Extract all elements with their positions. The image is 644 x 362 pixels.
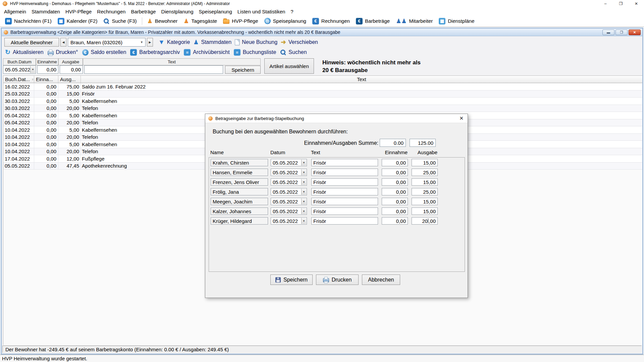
- row-expense-field[interactable]: 15,00: [412, 178, 438, 186]
- action-row-drucken-[interactable]: Drucken°: [48, 49, 78, 55]
- row-text-field[interactable]: Frisör: [311, 188, 378, 195]
- dialog-save-button[interactable]: Speichern: [270, 275, 313, 285]
- nav-actions-verschieben[interactable]: ➜Verschieben: [281, 39, 318, 46]
- action-row-saldo-erstellen[interactable]: €Saldo erstellen: [82, 49, 126, 56]
- row-date-dropdown-icon[interactable]: ▼: [301, 169, 306, 175]
- row-date-field[interactable]: 05.05.2022▼: [271, 159, 307, 166]
- row-date-field[interactable]: 05.05.2022▼: [271, 207, 307, 215]
- row-income-field[interactable]: 0,00: [382, 159, 408, 166]
- resident-name-field[interactable]: Meegen, Joachim: [211, 198, 268, 205]
- table-row[interactable]: 30.03.20220,005,00Kabelfernsehen: [3, 98, 642, 105]
- toolbar-hvp-pflege[interactable]: HVP-Pflege: [220, 16, 261, 26]
- row-income-field[interactable]: 0,00: [382, 178, 408, 186]
- table-row[interactable]: 25.03.20220,0015,00Frisör: [3, 90, 642, 98]
- mdi-minimize-button[interactable]: ▬: [602, 29, 614, 35]
- action-row-archiv-bersicht[interactable]: ≡Archivübersicht: [184, 49, 229, 56]
- dialog-print-button[interactable]: Drucken: [316, 275, 359, 285]
- select-article-button[interactable]: Artikel auswählen: [264, 58, 314, 74]
- menu-item-8[interactable]: ?: [288, 8, 296, 15]
- ledger-header-text[interactable]: Text: [81, 76, 642, 83]
- action-row-buchungsliste[interactable]: ≡Buchungsliste: [234, 49, 276, 56]
- row-text-field[interactable]: Frisör: [311, 207, 378, 215]
- income-field[interactable]: 0,00: [37, 65, 58, 74]
- resident-name-field[interactable]: Frenzen, Jens Oliver: [211, 178, 268, 186]
- row-date-field[interactable]: 05.05.2022▼: [271, 198, 307, 205]
- row-income-field[interactable]: 0,00: [382, 198, 408, 205]
- menu-item-2[interactable]: HVP-Pflege: [63, 8, 94, 15]
- row-text-field[interactable]: Frisör: [311, 178, 378, 186]
- row-text-field[interactable]: Frisör: [311, 217, 378, 225]
- prev-resident-button[interactable]: ◀: [60, 38, 66, 47]
- resident-name-field[interactable]: Hansen, Emmelie: [211, 169, 268, 176]
- resident-name-field[interactable]: Frölig, Jana: [211, 188, 268, 195]
- date-dropdown-icon[interactable]: ▼: [30, 66, 35, 73]
- row-expense-field[interactable]: 25,00: [412, 169, 438, 176]
- row-income-field[interactable]: 0,00: [382, 169, 408, 176]
- menu-item-0[interactable]: Allgemein: [1, 8, 29, 15]
- ledger-header-date[interactable]: Buch.Dat... ▿: [3, 76, 34, 83]
- row-income-field[interactable]: 0,00: [382, 217, 408, 225]
- resident-name-field[interactable]: Kalzer, Johannes: [211, 207, 268, 215]
- row-date-dropdown-icon[interactable]: ▼: [301, 160, 306, 166]
- toolbar-barbetr-ge[interactable]: €Barbeträge: [353, 16, 393, 26]
- resident-name-field[interactable]: Krüger, Hildegard: [211, 217, 268, 225]
- action-row-barbetragsarchiv[interactable]: €Barbetragsarchiv: [130, 49, 180, 56]
- row-expense-field[interactable]: 15,00: [412, 207, 438, 215]
- menu-item-7[interactable]: Listen und Statistiken: [235, 8, 288, 15]
- menu-item-6[interactable]: Speiseplanung: [196, 8, 235, 15]
- restore-button[interactable]: ❐: [613, 0, 629, 7]
- row-date-dropdown-icon[interactable]: ▼: [301, 189, 306, 195]
- save-booking-button[interactable]: Speichern: [225, 66, 261, 74]
- row-income-field[interactable]: 0,00: [382, 188, 408, 195]
- menu-item-3[interactable]: Rechnungen: [94, 8, 128, 15]
- dialog-cancel-button[interactable]: Abbrechen: [362, 275, 400, 285]
- resident-name-field[interactable]: Krahm, Chirsten: [211, 159, 268, 166]
- row-date-field[interactable]: 05.05.2022▼: [271, 178, 307, 186]
- resident-select[interactable]: Braun, Maren (032026) ▼: [68, 38, 146, 47]
- mdi-restore-button[interactable]: ❐: [615, 29, 628, 35]
- action-row-suchen[interactable]: Suchen: [280, 49, 307, 55]
- toolbar-mitarbeiter[interactable]: ♟♟Mitarbeiter: [393, 16, 436, 26]
- row-expense-field[interactable]: 15,00: [412, 198, 438, 205]
- close-button[interactable]: ✕: [629, 0, 644, 7]
- row-date-field[interactable]: 05.05.2022▼: [271, 169, 307, 176]
- toolbar-nachrichten-f1-[interactable]: ✉Nachrichten (F1): [2, 16, 55, 26]
- ledger-header-expense[interactable]: Ausg...: [58, 76, 81, 83]
- row-text-field[interactable]: Frisör: [311, 159, 378, 166]
- toolbar-suche-f3-[interactable]: Suche (F3): [100, 16, 140, 26]
- row-expense-field[interactable]: 20,00: [412, 217, 438, 225]
- next-resident-button[interactable]: ▶: [147, 38, 153, 47]
- toolbar-speiseplanung[interactable]: ◎Speiseplanung: [261, 16, 309, 26]
- row-date-field[interactable]: 05.05.2022▼: [271, 188, 307, 195]
- menu-item-4[interactable]: Barbeträge: [128, 8, 158, 15]
- row-date-dropdown-icon[interactable]: ▼: [301, 208, 306, 214]
- menu-item-1[interactable]: Stammdaten: [29, 8, 63, 15]
- minimize-button[interactable]: –: [598, 0, 613, 7]
- ledger-header-income[interactable]: Einna...: [34, 76, 58, 83]
- toolbar-rechnungen[interactable]: €Rechnungen: [309, 16, 353, 26]
- row-date-field[interactable]: 05.05.2022▼: [271, 217, 307, 225]
- booking-text-field[interactable]: [84, 65, 223, 74]
- row-date-dropdown-icon[interactable]: ▼: [301, 179, 306, 185]
- dialog-close-icon[interactable]: ✕: [459, 115, 464, 121]
- aktuelle-bewohner-button[interactable]: Aktuelle Bewohner: [4, 38, 59, 47]
- row-expense-field[interactable]: 15,00: [412, 159, 438, 166]
- row-text-field[interactable]: Frisör: [311, 169, 378, 176]
- toolbar-bewohner[interactable]: ♟Bewohner: [144, 16, 181, 26]
- row-text-field[interactable]: Frisör: [311, 198, 378, 205]
- toolbar-tagesg-ste[interactable]: ♟Tagesgäste: [180, 16, 220, 26]
- nav-actions-stammdaten[interactable]: ♟Stammdaten: [193, 39, 231, 46]
- nav-actions-kategorie[interactable]: ▼Kategorie: [158, 39, 190, 46]
- table-row[interactable]: 16.02.20220,0075,00Saldo zum 16. Februar…: [3, 83, 642, 90]
- table-row[interactable]: 30.03.20220,0020,00Telefon: [3, 105, 642, 112]
- nav-actions-neue-buchung[interactable]: Neue Buchung: [235, 39, 277, 45]
- expense-field[interactable]: 0,00: [60, 65, 83, 74]
- row-date-dropdown-icon[interactable]: ▼: [301, 198, 306, 204]
- menu-item-5[interactable]: Dienstplanung: [159, 8, 196, 15]
- toolbar-dienstpl-ne[interactable]: ▦Dienstpläne: [436, 16, 477, 26]
- mdi-close-button[interactable]: ✕: [629, 29, 641, 35]
- toolbar-kalender-f2-[interactable]: ▦Kalender (F2): [55, 16, 101, 26]
- row-expense-field[interactable]: 25,00: [412, 188, 438, 195]
- row-income-field[interactable]: 0,00: [382, 207, 408, 215]
- row-date-dropdown-icon[interactable]: ▼: [301, 218, 306, 224]
